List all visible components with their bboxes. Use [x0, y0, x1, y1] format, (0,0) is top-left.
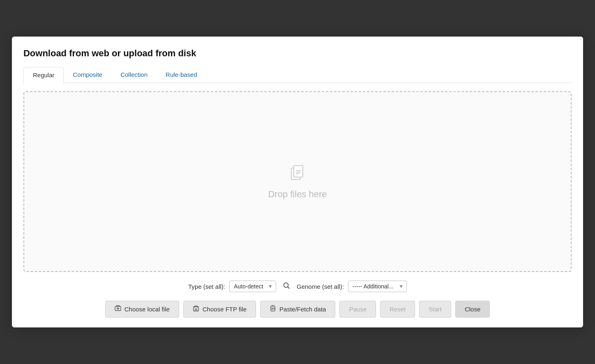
drop-zone[interactable]: Drop files here	[23, 91, 572, 272]
type-search-button[interactable]	[280, 280, 293, 293]
choose-ftp-file-label: Choose FTP file	[203, 306, 247, 313]
modal-title: Download from web or upload from disk	[23, 48, 572, 59]
pause-label: Pause	[349, 306, 367, 313]
start-button[interactable]: Start	[419, 301, 451, 318]
tab-rule-based[interactable]: Rule-based	[157, 67, 206, 83]
upload-modal: Download from web or upload from disk Re…	[12, 37, 583, 328]
action-buttons-row: Choose local file Choose FTP file	[23, 301, 572, 318]
close-button[interactable]: Close	[455, 301, 490, 318]
modal-overlay: Download from web or upload from disk Re…	[0, 0, 595, 364]
type-select[interactable]: Auto-detect	[229, 281, 276, 292]
choose-local-file-icon	[115, 305, 121, 313]
type-label: Type (set all):	[188, 283, 225, 290]
paste-fetch-button[interactable]: Paste/Fetch data	[260, 301, 335, 318]
svg-line-3	[288, 287, 289, 288]
svg-rect-1	[294, 166, 303, 177]
reset-button[interactable]: Reset	[380, 301, 415, 318]
close-label: Close	[465, 306, 480, 313]
genome-label: Genome (set all):	[297, 283, 344, 290]
choose-ftp-file-icon	[193, 305, 199, 313]
tab-bar: Regular Composite Collection Rule-based	[23, 67, 572, 83]
tab-composite[interactable]: Composite	[64, 67, 111, 83]
drop-zone-content: Drop files here	[268, 164, 327, 200]
start-label: Start	[429, 306, 442, 313]
choose-ftp-file-button[interactable]: Choose FTP file	[183, 301, 256, 318]
options-row: Type (set all): Auto-detect ▼ Genome (se…	[23, 280, 572, 293]
tab-collection[interactable]: Collection	[111, 67, 157, 83]
choose-local-file-label: Choose local file	[125, 306, 170, 313]
drop-zone-text: Drop files here	[268, 189, 327, 200]
genome-select-wrap: ----- Additional... ▼	[348, 281, 407, 292]
choose-local-file-button[interactable]: Choose local file	[105, 301, 179, 318]
tab-regular[interactable]: Regular	[23, 67, 64, 83]
reset-label: Reset	[390, 306, 406, 313]
type-select-wrap: Auto-detect ▼	[229, 281, 276, 292]
svg-rect-5	[271, 306, 275, 311]
paste-fetch-label: Paste/Fetch data	[279, 306, 326, 313]
drop-files-icon	[289, 164, 306, 185]
paste-fetch-icon	[270, 305, 276, 313]
genome-select[interactable]: ----- Additional...	[348, 281, 407, 292]
pause-button[interactable]: Pause	[339, 301, 376, 318]
